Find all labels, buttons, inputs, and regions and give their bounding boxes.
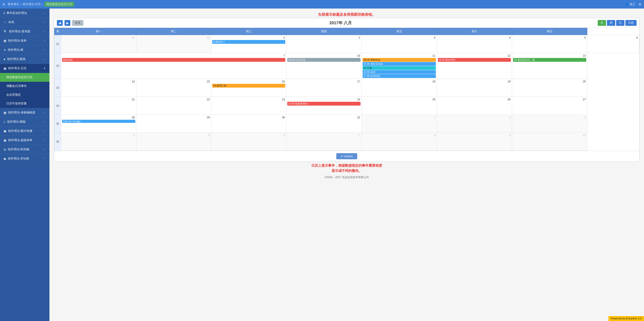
calendar-day-cell[interactable]: 27 xyxy=(512,97,587,115)
breadcrumb-item-1[interactable]: 基本用法 xyxy=(8,2,19,6)
prev-button[interactable]: ◀ xyxy=(57,20,63,26)
sidebar-item-comment[interactable]: ◉组件用法-评论框 ＜ xyxy=(0,154,50,163)
calendar-day-cell[interactable]: 10党员民主生活会 xyxy=(286,53,362,79)
form-icon: ▦ xyxy=(4,39,6,42)
calendar-day-cell[interactable]: 23 xyxy=(211,97,286,115)
calendar-day-cell[interactable]: 31 xyxy=(286,115,362,133)
sidebar-item-super-form[interactable]: ▦组件用法-超级表单 ＜ xyxy=(0,136,50,145)
day-number: 24 xyxy=(287,97,360,101)
sidebar-item-query[interactable]: 🔍组件用法-查询器 ＜ xyxy=(0,27,50,36)
calendar-day-cell[interactable]: 2 xyxy=(286,35,362,53)
day-number: 17 xyxy=(287,79,360,84)
calendar-event[interactable]: 10:30 鼠标悬浮此！ xyxy=(287,102,360,106)
calendar-day-cell[interactable]: 2410:30 鼠标悬浮此！ xyxy=(286,97,362,115)
calendar-day-cell[interactable]: 3 xyxy=(512,115,587,133)
sidebar-item-carousel[interactable]: ▣组件用法-图片轮播 ＜ xyxy=(0,126,50,136)
calendar-event[interactable]: 14:30 会议 xyxy=(362,70,436,74)
calendar-day-cell[interactable]: 22 xyxy=(136,97,211,115)
calendar-day-cell[interactable]: 4 xyxy=(61,133,136,151)
calendar-day-cell[interactable]: 2 xyxy=(437,115,512,133)
sidebar-item-layout[interactable]: ＋布局 ＜ xyxy=(0,18,50,27)
next-button[interactable]: ▶ xyxy=(64,20,70,26)
settings-icon[interactable]: ⚙ xyxy=(638,3,641,6)
view-month-button[interactable]: 月 xyxy=(598,20,606,26)
calendar-event[interactable]: 点我试试？ xyxy=(212,40,285,44)
calendar-event[interactable]: 12 午饭 xyxy=(362,66,436,70)
calendar-event[interactable]: Click for Google xyxy=(62,120,135,123)
calendar-day-cell[interactable]: 1616 每周汇报 xyxy=(211,79,286,97)
calendar-day-cell[interactable]: 6 xyxy=(587,35,639,53)
sidebar-item-table-editor[interactable]: ▦组件用法-表格编辑器 ＜ xyxy=(0,108,50,117)
sidebar-label-form: 组件用法-表单 xyxy=(8,39,26,43)
calendar-day-cell[interactable]: 28Click for Google xyxy=(61,115,136,133)
calendar-day-cell[interactable]: 5 xyxy=(512,35,587,53)
calendar-day-cell[interactable]: 1316 黄宝宝生日，请 xyxy=(512,53,587,79)
calendar-day-cell[interactable]: 10 xyxy=(512,133,587,151)
calendar-event[interactable]: 党员民主生活会 xyxy=(287,58,360,62)
today-button[interactable]: 今天 xyxy=(72,20,84,26)
calendar-day-cell[interactable]: 29 xyxy=(136,115,211,133)
sidebar-item-timeline[interactable]: ◎组件用法-时间轴 ＜ xyxy=(0,145,50,154)
calendar-event[interactable]: 10:30 项目启动会 xyxy=(362,62,436,66)
calendar-event[interactable]: 16 每周汇报 xyxy=(212,84,285,88)
view-day-button[interactable]: 日 xyxy=(616,20,624,26)
calendar-day-cell[interactable]: 21 xyxy=(61,97,136,115)
submit-button[interactable]: ✔ submit xyxy=(336,153,357,159)
tuesday-header: 周二 xyxy=(136,28,211,35)
sidebar-sub-add-event[interactable]: 增删改日历事件 xyxy=(0,82,50,90)
menu-icon[interactable]: ≡ xyxy=(3,2,5,7)
calendar-day-cell[interactable]: 25 xyxy=(362,97,437,115)
breadcrumb-sep-2: / xyxy=(42,3,43,6)
calendar-day-cell[interactable]: 5 xyxy=(136,133,211,151)
calendar-week-row: 327校运动会10党员民主生活会1109:30 筹备站会10:30 项目启动会1… xyxy=(54,53,639,79)
calendar-day-cell[interactable]: 15 xyxy=(136,79,211,97)
sidebar-item-events[interactable]: ℹ事件及动作用法 ＜ xyxy=(0,8,50,18)
calendar-day-cell[interactable]: 19 xyxy=(437,79,512,97)
calendar-day-cell[interactable]: 14 xyxy=(61,79,136,97)
calendar-day-cell[interactable]: 4 xyxy=(437,35,512,53)
calendar-event[interactable]: 16 黄宝宝生日，请 xyxy=(513,58,586,62)
calendar-day-cell[interactable]: 18 xyxy=(362,79,437,97)
sidebar-sub-bind-data[interactable]: 绑定数据渲染至日历 xyxy=(0,73,50,82)
calendar-day-cell[interactable]: 3 xyxy=(362,35,437,53)
sidebar-sub-variables[interactable]: 日历可使用变量 xyxy=(0,99,50,108)
chevron-icon-8: ＜ xyxy=(44,111,46,114)
sidebar-item-tree[interactable]: ✳组件用法-树 ＜ xyxy=(0,45,50,55)
calendar-day-cell[interactable]: 31 xyxy=(61,35,136,53)
breadcrumb-item-2[interactable]: 组件用法-日历 xyxy=(22,2,41,6)
sidebar-item-form[interactable]: ▦组件用法-表单 ＜ xyxy=(0,36,50,45)
calendar-event[interactable]: 17:30 欢乐时光 xyxy=(362,74,436,78)
sidebar-item-chart[interactable]: ●组件用法-图表 ＜ xyxy=(0,55,50,64)
day-number: 8 xyxy=(362,133,436,137)
calendar-day-cell[interactable]: 17 xyxy=(286,79,362,97)
calendar-day-cell[interactable]: 6 xyxy=(211,133,286,151)
day-number: 3 xyxy=(513,115,586,119)
user-name[interactable]: 👤 张三 xyxy=(625,2,636,6)
sidebar-item-calendar[interactable]: ▦组件用法-日历 ▼ xyxy=(0,64,50,73)
calendar-event[interactable]: 20:30 美女有约 xyxy=(438,58,511,62)
main-content: 头部展示标题及各类视图切换按钮。 ◀ ▶ 今天 2017年 八月 月 周 日 日… xyxy=(50,8,644,321)
view-week-button[interactable]: 周 xyxy=(607,20,615,26)
top-nav: ≡ 基本用法 / 组件用法-日历 / 绑定数据渲染至日历 👤 张三 ⚙ xyxy=(0,0,644,8)
calendar-day-cell[interactable]: 26 xyxy=(437,97,512,115)
calendar-day-cell[interactable]: 30 xyxy=(211,115,286,133)
calendar-day-cell[interactable]: 9 xyxy=(437,133,512,151)
calendar-day-cell[interactable]: 8 xyxy=(362,133,437,151)
calendar-day-cell[interactable]: 1 xyxy=(362,115,437,133)
calendar-day-cell[interactable]: 1109:30 筹备站会10:30 项目启动会12 午饭14:30 会议17:3… xyxy=(362,53,437,79)
super-form-icon: ▦ xyxy=(4,139,6,142)
sidebar-item-template[interactable]: □组件用法-模板 ＜ xyxy=(0,117,50,126)
view-agenda-button[interactable]: 日程 xyxy=(625,20,636,26)
calendar-event[interactable]: 09:30 筹备站会 xyxy=(362,58,436,62)
calendar-day-cell[interactable]: 7 xyxy=(286,133,362,151)
day-number: 1 xyxy=(362,115,436,119)
calendar-day-cell[interactable]: 1点我试试？ xyxy=(211,35,286,53)
calendar-day-cell[interactable]: 20 xyxy=(512,79,587,97)
calendar-day-cell[interactable]: 31 xyxy=(136,35,211,53)
calendar-event[interactable]: 校运动会 xyxy=(62,58,285,62)
sidebar-label-calendar: 组件用法-日历 xyxy=(8,66,26,70)
calendar-icon: ▦ xyxy=(4,67,6,70)
calendar-day-cell[interactable]: 1220:30 美女有约 xyxy=(437,53,512,79)
sidebar-sub-meeting-room[interactable]: 会议室预定 xyxy=(0,90,50,99)
calendar-day-cell[interactable]: 7校运动会 xyxy=(61,53,286,79)
